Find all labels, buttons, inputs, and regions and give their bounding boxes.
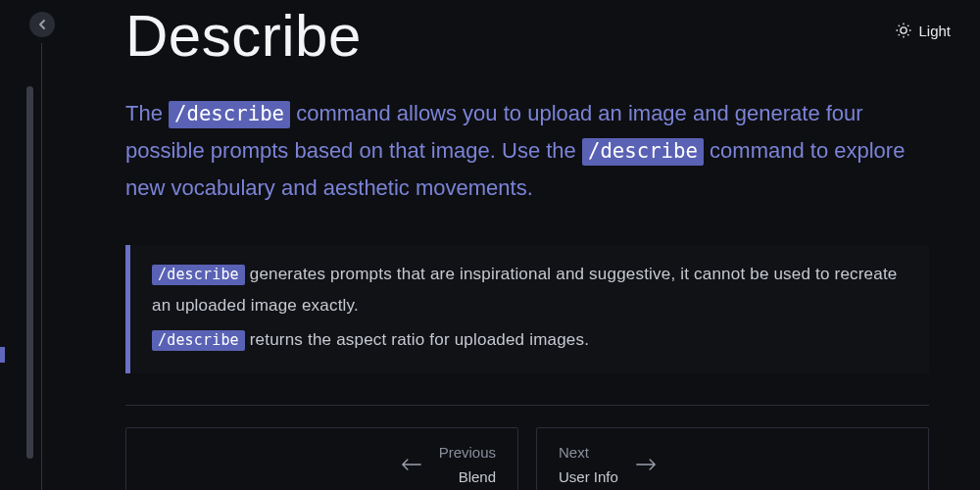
pager-direction-label: Next xyxy=(559,444,618,461)
arrow-right-icon xyxy=(636,458,656,471)
sidebar-divider xyxy=(41,43,42,490)
intro-text: The xyxy=(125,101,169,125)
page-title: Describe xyxy=(125,2,931,70)
pager-page-title: User Info xyxy=(559,468,618,485)
chevron-left-icon xyxy=(37,20,47,29)
inline-code: /describe xyxy=(582,138,704,166)
scrollbar-thumb[interactable] xyxy=(26,86,33,459)
sidebar-gutter xyxy=(0,0,49,490)
inline-code: /describe xyxy=(152,330,245,351)
callout-text: returns the aspect ratio for uploaded im… xyxy=(245,330,589,349)
callout-text: generates prompts that are inspirational… xyxy=(152,265,898,314)
callout-block: /describe generates prompts that are ins… xyxy=(125,245,929,372)
sidebar-active-indicator xyxy=(0,347,5,363)
arrow-left-icon xyxy=(402,458,421,471)
pager-direction-label: Previous xyxy=(439,444,496,461)
callout-line: /describe generates prompts that are ins… xyxy=(152,259,911,320)
callout-line: /describe returns the aspect ratio for u… xyxy=(152,324,911,355)
pager-page-title: Blend xyxy=(439,468,496,485)
inline-code: /describe xyxy=(152,265,245,285)
intro-paragraph: The /describe command allows you to uplo… xyxy=(125,95,929,206)
main-content: Describe The /describe command allows yo… xyxy=(125,0,931,490)
sidebar-collapse-button[interactable] xyxy=(29,12,55,37)
pager-next[interactable]: Next User Info xyxy=(536,427,929,490)
inline-code: /describe xyxy=(169,101,290,128)
pager-prev[interactable]: Previous Blend xyxy=(125,427,518,490)
pager: Previous Blend Next User Info xyxy=(125,405,929,490)
